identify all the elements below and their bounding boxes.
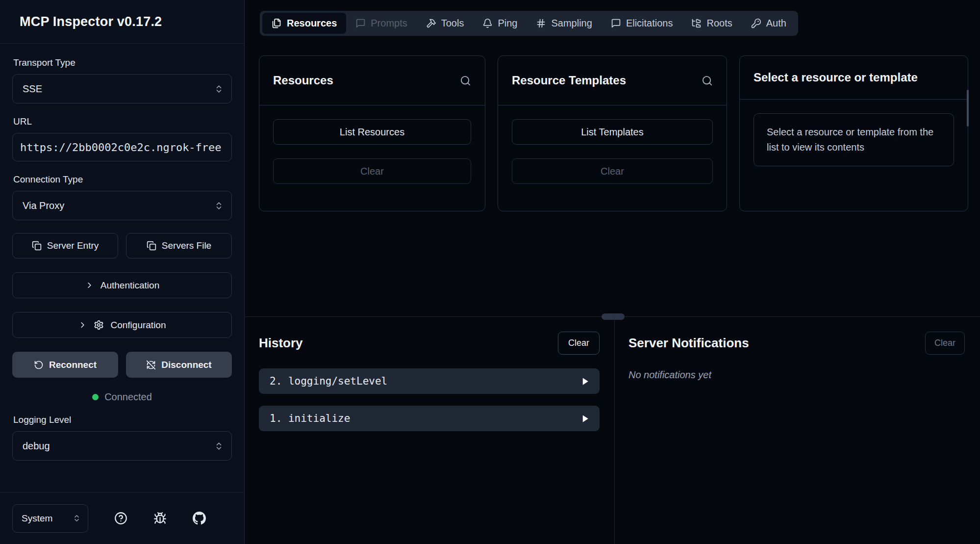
history-panel: History Clear 2. logging/setLevel 1. ini… (245, 317, 614, 544)
resource-templates-card: Resource Templates List Templates Clear (498, 55, 727, 211)
resources-card-title: Resources (273, 74, 333, 87)
tab-label: Sampling (551, 18, 592, 29)
tab-label: Ping (498, 18, 517, 29)
theme-value: System (22, 513, 52, 524)
resource-detail-card: Select a resource or template Select a r… (739, 55, 968, 211)
gear-icon (94, 320, 104, 330)
logging-level-label: Logging Level (13, 414, 232, 425)
folder-tree-icon (691, 18, 702, 28)
chevrons-up-down-icon (214, 441, 224, 451)
key-icon (751, 18, 761, 28)
status-dot (92, 394, 99, 400)
clear-notifications-button[interactable]: Clear (925, 332, 965, 355)
templates-search-button[interactable] (702, 75, 713, 86)
copy-icon (147, 241, 156, 251)
connection-type-select[interactable]: Via Proxy (12, 191, 232, 220)
chevrons-up-down-icon (214, 84, 224, 94)
resources-search-button[interactable] (460, 75, 471, 86)
tab-label: Tools (441, 18, 464, 29)
help-button[interactable] (114, 512, 127, 525)
reconnect-label: Reconnect (49, 360, 97, 370)
sidebar: MCP Inspector v0.17.2 Transport Type SSE… (0, 0, 245, 544)
history-items: 2. logging/setLevel 1. initialize (259, 368, 600, 431)
transport-type-label: Transport Type (13, 57, 232, 68)
resources-card-body: List Resources Clear (259, 105, 485, 198)
play-icon (580, 414, 590, 423)
clear-history-button[interactable]: Clear (558, 332, 600, 355)
github-icon (193, 512, 206, 525)
scrollbar-thumb[interactable] (967, 90, 969, 127)
detail-card-title: Select a resource or template (754, 71, 918, 84)
list-templates-button[interactable]: List Templates (512, 119, 713, 145)
tab-roots[interactable]: Roots (682, 11, 741, 36)
sidebar-content: Transport Type SSE URL Connection Type V… (0, 44, 244, 461)
tab-auth[interactable]: Auth (742, 11, 796, 36)
main-area: Resources Prompts Tools Ping Sampling (245, 0, 980, 544)
servers-file-button[interactable]: Servers File (126, 233, 232, 259)
tab-elicitations[interactable]: Elicitations (602, 11, 682, 36)
connection-status: Connected (12, 391, 232, 403)
notifications-title: Server Notifications (628, 336, 749, 351)
chevron-right-icon (85, 281, 94, 290)
footer-icons (88, 512, 232, 525)
bug-icon (153, 512, 167, 525)
tab-tools[interactable]: Tools (417, 11, 474, 36)
sidebar-footer: System (0, 492, 244, 544)
files-icon (272, 18, 282, 28)
tab-ping[interactable]: Ping (473, 11, 527, 36)
list-resources-button[interactable]: List Resources (273, 119, 471, 145)
play-icon (580, 377, 590, 386)
chevron-right-icon (78, 320, 87, 330)
url-label: URL (13, 116, 232, 127)
theme-select[interactable]: System (12, 504, 88, 533)
history-item-label: 2. logging/setLevel (270, 375, 387, 387)
hammer-icon (426, 18, 436, 28)
github-button[interactable] (193, 512, 206, 525)
sidebar-header: MCP Inspector v0.17.2 (0, 0, 244, 44)
history-item-label: 1. initialize (270, 413, 350, 424)
tab-sampling[interactable]: Sampling (527, 11, 601, 36)
tab-label: Prompts (371, 18, 407, 29)
transport-type-select[interactable]: SSE (12, 74, 232, 104)
tab-prompts[interactable]: Prompts (346, 11, 416, 36)
message-square-icon (611, 18, 621, 28)
resources-card-header: Resources (259, 56, 485, 105)
refresh-off-icon (146, 360, 156, 370)
url-input[interactable] (12, 133, 232, 161)
chevrons-up-down-icon (214, 201, 224, 210)
history-item[interactable]: 1. initialize (259, 406, 600, 431)
detail-card-header: Select a resource or template (740, 56, 968, 100)
templates-card-header: Resource Templates (498, 56, 727, 105)
tab-label: Resources (287, 18, 337, 29)
server-entry-label: Server Entry (47, 240, 99, 251)
configuration-label: Configuration (110, 320, 166, 331)
clear-resources-button[interactable]: Clear (273, 158, 471, 184)
history-item[interactable]: 2. logging/setLevel (259, 368, 600, 394)
search-icon (702, 75, 713, 86)
report-bug-button[interactable] (153, 512, 167, 525)
configuration-toggle[interactable]: Configuration (12, 312, 232, 338)
server-buttons-row: Server Entry Servers File (12, 233, 232, 259)
copy-icon (32, 241, 42, 251)
templates-card-title: Resource Templates (512, 74, 626, 87)
authentication-label: Authentication (101, 280, 159, 291)
notifications-header: Server Notifications Clear (628, 332, 965, 355)
logging-level-value: debug (23, 440, 50, 452)
server-entry-button[interactable]: Server Entry (12, 233, 118, 259)
connection-type-value: Via Proxy (23, 200, 64, 211)
tab-label: Roots (706, 18, 732, 29)
logging-level-select[interactable]: debug (12, 431, 232, 461)
search-icon (460, 75, 471, 86)
message-square-icon (355, 18, 366, 28)
detail-empty-message: Select a resource or template from the l… (754, 113, 954, 166)
connection-buttons-row: Reconnect Disconnect (12, 352, 232, 378)
resources-card: Resources List Resources Clear (259, 55, 485, 211)
disconnect-button[interactable]: Disconnect (126, 352, 232, 378)
authentication-toggle[interactable]: Authentication (12, 272, 232, 298)
server-notifications-panel: Server Notifications Clear No notificati… (615, 317, 980, 544)
clear-templates-button[interactable]: Clear (512, 158, 713, 184)
rotate-ccw-icon (34, 360, 44, 370)
disconnect-label: Disconnect (161, 360, 211, 370)
reconnect-button[interactable]: Reconnect (12, 352, 118, 378)
tab-resources[interactable]: Resources (262, 13, 346, 34)
